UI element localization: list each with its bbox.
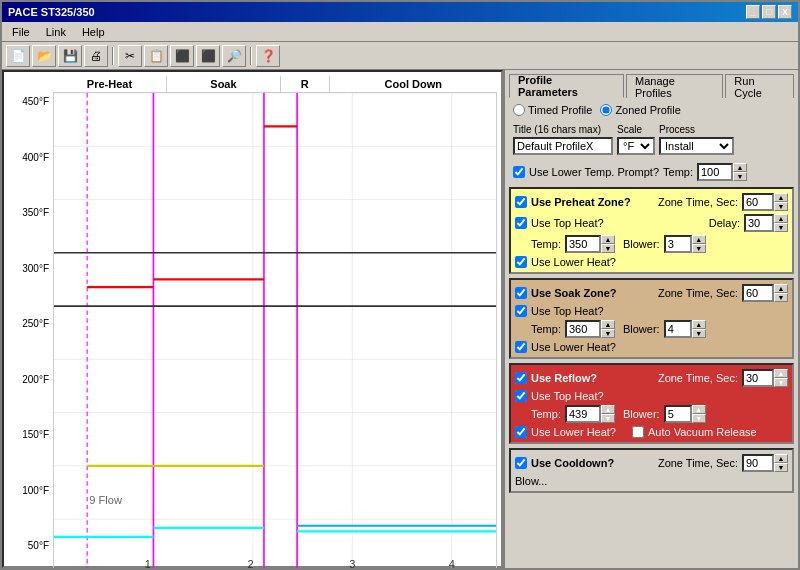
tab-manage-profiles[interactable]: Manage Profiles bbox=[626, 74, 723, 98]
soak-checkbox[interactable] bbox=[515, 287, 527, 299]
soak-temp-up[interactable]: ▲ bbox=[601, 320, 615, 329]
reflow-blower-label: Blower: bbox=[623, 408, 660, 420]
soak-blower-down[interactable]: ▼ bbox=[692, 329, 706, 338]
preheat-temp-input[interactable] bbox=[565, 235, 601, 253]
preheat-zone-time-up[interactable]: ▲ bbox=[774, 193, 788, 202]
cooldown-zone-panel: Use Cooldown? Zone Time, Sec: ▲ ▼ bbox=[509, 448, 794, 493]
window-title: PACE ST325/350 bbox=[8, 6, 95, 18]
save-button[interactable]: 💾 bbox=[58, 45, 82, 67]
reflow-blower-spinner: ▲ ▼ bbox=[664, 405, 706, 423]
lower-temp-input[interactable] bbox=[697, 163, 733, 181]
cooldown-blower-label: Blow... bbox=[515, 475, 547, 487]
reflow-top-heat-checkbox[interactable] bbox=[515, 390, 527, 402]
reflow-blower-up[interactable]: ▲ bbox=[692, 405, 706, 414]
process-select[interactable]: Install Rework bbox=[659, 137, 734, 155]
copy-button[interactable]: 📋 bbox=[144, 45, 168, 67]
cut-button[interactable]: ✂ bbox=[118, 45, 142, 67]
preheat-blower-up[interactable]: ▲ bbox=[692, 235, 706, 244]
tool5[interactable]: 🔎 bbox=[222, 45, 246, 67]
reflow-checkbox[interactable] bbox=[515, 372, 527, 384]
title-input[interactable] bbox=[513, 137, 613, 155]
soak-lower-heat-row: Use Lower Heat? bbox=[515, 341, 788, 353]
main-window: PACE ST325/350 _ □ X File Link Help 📄 📂 … bbox=[0, 0, 800, 570]
menu-help[interactable]: Help bbox=[76, 25, 111, 39]
reflow-zone-time-input[interactable] bbox=[742, 369, 774, 387]
preheat-zone-time-spinner: ▲ ▼ bbox=[742, 193, 788, 211]
lower-temp-checkbox[interactable] bbox=[513, 166, 525, 178]
help-button[interactable]: ❓ bbox=[256, 45, 280, 67]
preheat-temp-item: Temp: ▲ ▼ bbox=[531, 235, 615, 253]
print-button[interactable]: 🖨 bbox=[84, 45, 108, 67]
reflow-zone-time-down[interactable]: ▼ bbox=[774, 378, 788, 387]
cooldown-zone-time-input[interactable] bbox=[742, 454, 774, 472]
soak-zone-time-spinner: ▲ ▼ bbox=[742, 284, 788, 302]
cooldown-header: Use Cooldown? Zone Time, Sec: ▲ ▼ bbox=[515, 454, 788, 472]
cooldown-zone-time-down[interactable]: ▼ bbox=[774, 463, 788, 472]
reflow-zone-time-label: Zone Time, Sec: bbox=[658, 372, 738, 384]
soak-zone-time-input[interactable] bbox=[742, 284, 774, 302]
reflow-blower-down[interactable]: ▼ bbox=[692, 414, 706, 423]
preheat-top-heat-row: Use Top Heat? Delay: ▲ ▼ bbox=[515, 214, 788, 232]
soak-zone-time-down[interactable]: ▼ bbox=[774, 293, 788, 302]
preheat-header: Use Preheat Zone? Zone Time, Sec: ▲ ▼ bbox=[515, 193, 788, 211]
y-label-300: 300°F bbox=[8, 263, 49, 274]
open-button[interactable]: 📂 bbox=[32, 45, 56, 67]
menu-file[interactable]: File bbox=[6, 25, 36, 39]
preheat-blower-input[interactable] bbox=[664, 235, 692, 253]
reflow-top-heat-row: Use Top Heat? bbox=[515, 390, 788, 402]
preheat-zone-time-down[interactable]: ▼ bbox=[774, 202, 788, 211]
reflow-zone-time-up[interactable]: ▲ bbox=[774, 369, 788, 378]
soak-top-heat-checkbox[interactable] bbox=[515, 305, 527, 317]
reflow-temp-up[interactable]: ▲ bbox=[601, 405, 615, 414]
preheat-temp-up[interactable]: ▲ bbox=[601, 235, 615, 244]
tool3[interactable]: ⬛ bbox=[170, 45, 194, 67]
preheat-zone-time-label: Zone Time, Sec: bbox=[658, 196, 738, 208]
preheat-checkbox[interactable] bbox=[515, 196, 527, 208]
lower-temp-down[interactable]: ▼ bbox=[733, 172, 747, 181]
preheat-delay-down[interactable]: ▼ bbox=[774, 223, 788, 232]
zoned-profile-option[interactable]: Zoned Profile bbox=[600, 104, 680, 116]
close-button[interactable]: X bbox=[778, 5, 792, 19]
reflow-blower-input[interactable] bbox=[664, 405, 692, 423]
cooldown-checkbox[interactable] bbox=[515, 457, 527, 469]
reflow-zone-time-spinner: ▲ ▼ bbox=[742, 369, 788, 387]
reflow-temp-down[interactable]: ▼ bbox=[601, 414, 615, 423]
svg-text:3: 3 bbox=[349, 558, 355, 568]
timed-profile-option[interactable]: Timed Profile bbox=[513, 104, 592, 116]
scale-select[interactable]: °F °C bbox=[617, 137, 655, 155]
cooldown-label: Use Cooldown? bbox=[531, 457, 614, 469]
soak-temp-input[interactable] bbox=[565, 320, 601, 338]
soak-temp-down[interactable]: ▼ bbox=[601, 329, 615, 338]
timed-profile-radio[interactable] bbox=[513, 104, 525, 116]
soak-blower-input[interactable] bbox=[664, 320, 692, 338]
toolbar-separator-2 bbox=[250, 47, 252, 65]
new-button[interactable]: 📄 bbox=[6, 45, 30, 67]
soak-lower-heat-checkbox[interactable] bbox=[515, 341, 527, 353]
reflow-temp-input[interactable] bbox=[565, 405, 601, 423]
zoned-profile-radio[interactable] bbox=[600, 104, 612, 116]
tab-run-cycle[interactable]: Run Cycle bbox=[725, 74, 794, 98]
reflow-auto-vacuum-checkbox[interactable] bbox=[632, 426, 644, 438]
tool4[interactable]: ⬛ bbox=[196, 45, 220, 67]
lower-temp-up[interactable]: ▲ bbox=[733, 163, 747, 172]
tab-profile-parameters[interactable]: Profile Parameters bbox=[509, 74, 624, 98]
preheat-delay-up[interactable]: ▲ bbox=[774, 214, 788, 223]
preheat-blower-down[interactable]: ▼ bbox=[692, 244, 706, 253]
soak-zone-time-up[interactable]: ▲ bbox=[774, 284, 788, 293]
toolbar-separator-1 bbox=[112, 47, 114, 65]
preheat-delay-spinner: ▲ ▼ bbox=[744, 214, 788, 232]
preheat-top-heat-checkbox[interactable] bbox=[515, 217, 527, 229]
maximize-button[interactable]: □ bbox=[762, 5, 776, 19]
preheat-temp-down[interactable]: ▼ bbox=[601, 244, 615, 253]
cooldown-zone-time-up[interactable]: ▲ bbox=[774, 454, 788, 463]
soak-header-right: Zone Time, Sec: ▲ ▼ bbox=[658, 284, 788, 302]
soak-blower-up[interactable]: ▲ bbox=[692, 320, 706, 329]
minimize-button[interactable]: _ bbox=[746, 5, 760, 19]
preheat-zone-time-input[interactable] bbox=[742, 193, 774, 211]
soak-zone-time-btns: ▲ ▼ bbox=[774, 284, 788, 302]
reflow-lower-heat-checkbox[interactable] bbox=[515, 426, 527, 438]
menu-link[interactable]: Link bbox=[40, 25, 72, 39]
reflow-zone-panel: Use Reflow? Zone Time, Sec: ▲ ▼ bbox=[509, 363, 794, 444]
preheat-lower-heat-checkbox[interactable] bbox=[515, 256, 527, 268]
preheat-delay-input[interactable] bbox=[744, 214, 774, 232]
